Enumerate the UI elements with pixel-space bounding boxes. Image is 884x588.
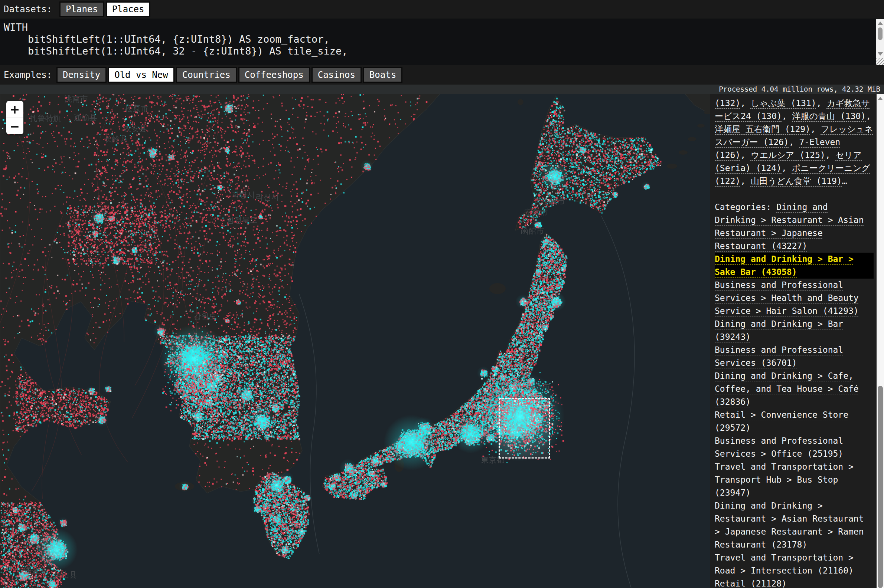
dataset-button-group: PlanesPlaces [52,2,150,17]
map-place-label: 日立市 [527,382,550,392]
category-link[interactable]: Dining and Drinking > Cafe, Coffee, and … [715,369,873,408]
map-place-label: 강원도 [194,311,217,322]
map-place-label: 苫小牧市 [534,196,565,207]
category-link[interactable]: Business and Professional Services > Hea… [715,279,873,318]
map-place-label: 개성시 [162,334,186,345]
examples-bar: Examples: DensityOld vs NewCountriesCoff… [0,65,884,85]
datasets-label: Datasets: [4,4,52,15]
brand-link[interactable]: しゃぶ葉 (131) [751,98,816,108]
map-place-label: 함경북도 [227,215,258,225]
map-place-label: 室蘭市 [525,207,548,218]
sql-editor-wrap: WITH bitShiftLeft(1::UInt64, {z:UInt8}) … [0,18,884,65]
sql-query-input[interactable]: WITH bitShiftLeft(1::UInt64, {z:UInt8}) … [0,18,884,65]
textarea-resize-grip-icon[interactable] [876,58,884,66]
map-place-label: 函館市 [521,226,544,236]
geo-explorer-app: Datasets: PlanesPlaces WITH bitShiftLeft… [0,0,884,588]
brand-link[interactable]: 洋服の青山 (130) [792,111,866,121]
scroll-up-icon[interactable] [878,21,883,25]
map-place-label: 农安县 [124,123,147,134]
top-brands-list: (132), しゃぶ葉 (131), カギ救急サービス24 (130), 洋服の… [715,97,873,188]
categories-label: Categories: [715,202,776,212]
map-canvas[interactable] [0,94,710,588]
zoom-out-button[interactable]: − [6,118,23,135]
map-place-label: 长岭县 [104,134,128,144]
main-area: 洮南市松原市扎鲁特旗通榆县农安县长岭县회령시라선시함경북도강원도개성시苫小牧市室… [0,94,884,588]
category-link[interactable]: Retail > Convenience Store (29572) [715,408,873,434]
query-status: Processed 4.04 million rows, 42.32 MiB [0,85,884,94]
example-button-group: DensityOld vs NewCountriesCoffeeshopsCas… [52,67,403,83]
example-button-coffeeshops[interactable]: Coffeeshops [238,67,310,83]
map-place-label: 회령시 [232,190,255,200]
example-button-countries[interactable]: Countries [176,67,237,83]
map-place-label: 通榆县 [74,112,97,123]
map-viewport[interactable]: 洮南市松原市扎鲁特旗通榆县农安县长岭县회령시라선시함경북도강원도개성시苫小牧市室… [0,94,710,588]
example-button-old-vs-new[interactable]: Old vs New [108,67,174,83]
sidebar-scrollbar[interactable] [876,94,884,588]
sql-editor-scrollbar[interactable] [876,19,884,58]
brand-link[interactable]: (132) [715,98,740,108]
map-zoom-control: + − [6,101,23,134]
example-button-density[interactable]: Density [56,67,107,83]
sidebar-spacer [715,188,873,201]
category-link[interactable]: Dining and Drinking > Bar (39243) [715,318,873,344]
brand-link[interactable]: 山田うどん食堂 (119) [751,176,842,186]
scroll-down-icon[interactable] [878,52,883,56]
sql-scrollbar-thumb[interactable] [878,27,882,40]
brand-link[interactable]: 洋麺屋 五右衛門 (129) [715,124,810,134]
category-link[interactable]: Retail (21128) [715,577,873,588]
category-link[interactable]: Business and Professional Services (3670… [715,344,873,369]
map-place-label: 岱山县 [54,570,77,580]
category-link[interactable]: Business and Professional Services > Off… [715,434,873,460]
categories-list: Categories: Dining and Drinking > Restau… [715,201,873,588]
datasets-bar: Datasets: PlanesPlaces [0,0,884,18]
map-place-label: 扎鲁特旗 [30,113,61,123]
examples-label: Examples: [4,70,52,80]
example-button-casinos[interactable]: Casinos [311,67,362,83]
map-place-label: 洮南市 [65,94,88,104]
category-link[interactable]: Travel and Transportation > Road > Inter… [715,551,873,577]
map-selection-rectangle[interactable] [499,398,550,459]
sidebar-scrollbar-thumb[interactable] [878,386,883,588]
brand-link[interactable]: ウエルシア (125) [751,150,825,160]
dataset-button-places[interactable]: Places [106,2,151,17]
results-sidebar: (132), しゃぶ葉 (131), カギ救急サービス24 (130), 洋服の… [710,94,876,588]
category-link[interactable]: Dining and Drinking > Restaurant > Asian… [715,500,873,551]
map-place-label: 松原市 [125,104,149,114]
category-link-highlighted[interactable]: Dining and Drinking > Bar > Sake Bar (43… [715,253,873,279]
zoom-in-button[interactable]: + [6,101,23,118]
scroll-up-icon[interactable] [878,97,883,100]
map-place-label: 海盐县 [24,565,48,575]
map-place-label: 라선시 [256,192,279,202]
category-link[interactable]: Travel and Transportation > Transport Hu… [715,460,873,500]
dataset-button-planes[interactable]: Planes [59,2,104,17]
example-button-boats[interactable]: Boats [363,67,403,83]
